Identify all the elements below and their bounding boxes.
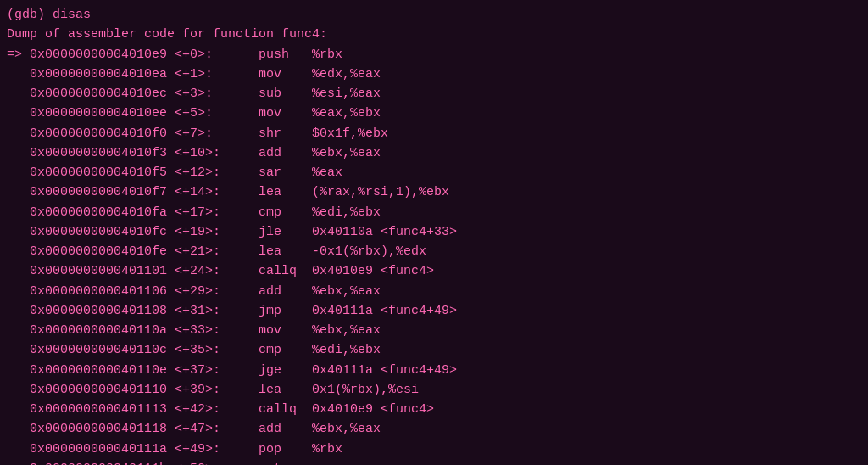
instruction-line: 0x00000000004010f0 <+7>: shr $0x1f,%ebx: [7, 124, 861, 143]
instruction-line: 0x00000000004010f3 <+10>: add %ebx,%eax: [7, 143, 861, 163]
prompt-line: (gdb) disas: [7, 5, 861, 25]
instruction-line: => 0x00000000004010e9 <+0>: push %rbx: [7, 45, 861, 64]
terminal: (gdb) disas Dump of assembler code for f…: [7, 5, 861, 465]
instructions-list: => 0x00000000004010e9 <+0>: push %rbx 0x…: [7, 45, 861, 466]
instruction-line: 0x0000000000401113 <+42>: callq 0x4010e9…: [7, 400, 861, 419]
instruction-line: 0x0000000000401101 <+24>: callq 0x4010e9…: [7, 261, 861, 281]
instruction-line: 0x00000000004010ee <+5>: mov %eax,%ebx: [7, 104, 861, 123]
instruction-line: 0x00000000004010f7 <+14>: lea (%rax,%rsi…: [7, 182, 861, 202]
instruction-line: 0x000000000040111b <+50>: retq: [7, 459, 861, 465]
header-line: Dump of assembler code for function func…: [7, 25, 861, 44]
instruction-line: 0x0000000000401118 <+47>: add %ebx,%eax: [7, 419, 861, 439]
instruction-line: 0x00000000004010ea <+1>: mov %edx,%eax: [7, 64, 861, 84]
instruction-line: 0x000000000040110e <+37>: jge 0x40111a <…: [7, 361, 861, 380]
instruction-line: 0x0000000000401106 <+29>: add %ebx,%eax: [7, 282, 861, 301]
instruction-line: 0x000000000040110a <+33>: mov %ebx,%eax: [7, 321, 861, 340]
instruction-line: 0x00000000004010fe <+21>: lea -0x1(%rbx)…: [7, 242, 861, 261]
instruction-line: 0x00000000004010ec <+3>: sub %esi,%eax: [7, 84, 861, 104]
instruction-line: 0x00000000004010fc <+19>: jle 0x40110a <…: [7, 222, 861, 242]
instruction-line: 0x0000000000401108 <+31>: jmp 0x40111a <…: [7, 301, 861, 321]
instruction-line: 0x000000000040111a <+49>: pop %rbx: [7, 440, 861, 459]
instruction-line: 0x00000000004010fa <+17>: cmp %edi,%ebx: [7, 203, 861, 222]
instruction-line: 0x0000000000401110 <+39>: lea 0x1(%rbx),…: [7, 380, 861, 400]
instruction-line: 0x00000000004010f5 <+12>: sar %eax: [7, 163, 861, 182]
instruction-line: 0x000000000040110c <+35>: cmp %edi,%ebx: [7, 340, 861, 360]
